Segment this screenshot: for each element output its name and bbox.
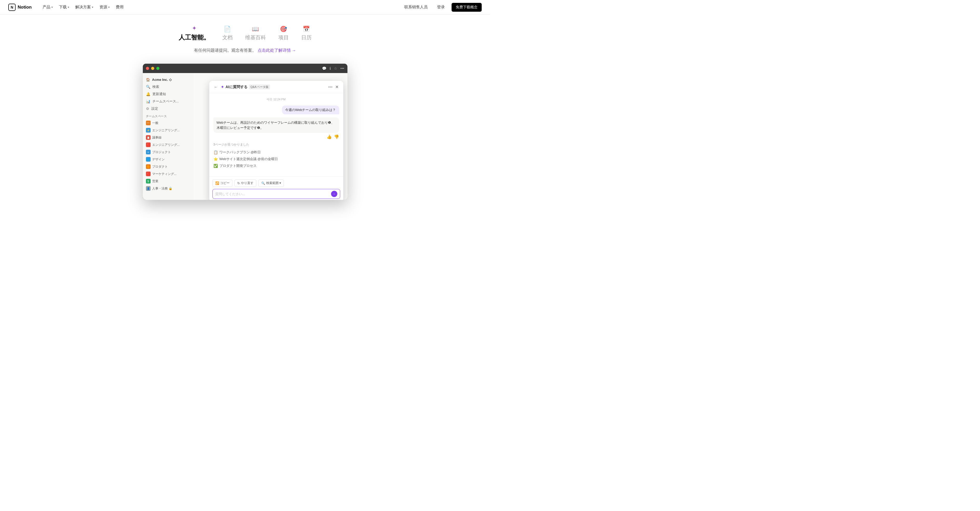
search-scope-label: 検索範囲 ▾: [266, 181, 281, 185]
nav-login[interactable]: 登录: [434, 3, 447, 11]
sidebar-team-engineering-label: エンジニアリング...: [152, 128, 180, 133]
sidebar-team-engineering2-label: エンジニアリング...: [152, 143, 180, 147]
hero-tab-ai[interactable]: ✦ 人工智能。: [179, 25, 210, 42]
sidebar-item-teamspace[interactable]: 📊 チームスペース...: [143, 98, 194, 105]
search-icon: 🔍: [146, 85, 150, 89]
sidebar-team-product[interactable]: 🟠 プロダクト: [143, 163, 194, 170]
nav-link-pricing[interactable]: 费用: [113, 3, 126, 11]
browser-dot-minimize[interactable]: [151, 67, 154, 70]
teamspace-icon: 📊: [146, 99, 150, 104]
nav-link-solutions[interactable]: 解决方案 ▾: [73, 3, 96, 11]
sidebar-item-notifications[interactable]: 🔔 更新通知: [143, 91, 194, 98]
sidebar-team-minutes-label: 議事録: [152, 136, 162, 140]
nav-cta-button[interactable]: 免费下载概念: [452, 3, 482, 12]
team-icon-hr: 👤: [146, 186, 151, 191]
sidebar-item-search[interactable]: 🔍 検索: [143, 83, 194, 91]
gear-icon: ⚙: [146, 107, 149, 111]
ai-dialog: ← ✦ AIに質問する Q&A ベータ版 ••• ✕ 今日 12: [209, 81, 343, 200]
ai-copy-button[interactable]: 🔁 コピー: [212, 179, 232, 187]
sidebar-item-search-label: 検索: [153, 85, 159, 89]
hero-tab-projects[interactable]: 🎯 项目: [278, 26, 289, 41]
browser-right-icons: 💬 ℹ ☆ •••: [322, 66, 344, 70]
hero-subtitle-text: 有任何问题请提问。观念有答案。: [194, 48, 256, 53]
nav-logo-text: Notion: [18, 5, 32, 10]
nav-link-pricing-label: 费用: [116, 5, 124, 10]
ai-chat-input[interactable]: [215, 192, 329, 196]
ai-beta-badge: Q&A ベータ版: [249, 85, 270, 89]
browser-more-icon[interactable]: •••: [340, 66, 344, 70]
sidebar-team-engineering2[interactable]: 🔴 エンジニアリング...: [143, 141, 194, 149]
browser-comment-icon[interactable]: 💬: [322, 66, 326, 70]
ai-source-process[interactable]: ✅ プロダクト開発プロセス: [213, 163, 339, 169]
sidebar-team-design[interactable]: 🌐 デザイン: [143, 156, 194, 163]
notification-icon: 🔔: [146, 92, 150, 96]
nav-link-products[interactable]: 产品 ▾: [40, 3, 55, 11]
thumbs-up-button[interactable]: 👍: [327, 134, 332, 139]
hero-tab-docs[interactable]: 📄 文档: [222, 26, 233, 41]
browser-bar: 💬 ℹ ☆ •••: [143, 64, 347, 73]
hero-tab-docs-label: 文档: [222, 34, 233, 41]
source-icon-process: ✅: [213, 164, 218, 168]
nav-link-download[interactable]: 下载 ▾: [56, 3, 72, 11]
copy-label: コピー: [220, 181, 229, 185]
ai-search-scope-button[interactable]: 🔍 検索範囲 ▾: [258, 179, 284, 187]
chevron-down-icon: ▾: [68, 6, 69, 9]
nav-links: 产品 ▾ 下载 ▾ 解决方案 ▾ 资源 ▾ 费用: [40, 3, 402, 11]
sidebar-team-projects[interactable]: » プロジェクト: [143, 149, 194, 156]
thumbs-down-button[interactable]: 👎: [334, 134, 339, 139]
sidebar-item-settings[interactable]: ⚙ 設定: [143, 105, 194, 112]
nav-link-resources-label: 资源: [99, 5, 107, 10]
sidebar-section-title: チームスペース: [143, 112, 194, 119]
ai-timestamp: 今日 12:24 PM: [213, 97, 339, 101]
nav-link-products-label: 产品: [43, 5, 50, 10]
ai-sparkle-icon: ✦: [192, 25, 197, 32]
ai-sources-title: 3ページが見つかりました: [213, 142, 339, 147]
browser-dot-maximize[interactable]: [156, 67, 159, 70]
retry-icon: ↻: [237, 181, 240, 185]
send-icon: →: [332, 192, 336, 196]
nav-logo[interactable]: N Notion: [8, 4, 32, 11]
team-icon-sales: $: [146, 179, 151, 184]
sidebar-workspace[interactable]: 🏠 Acme Inc. ◇: [143, 76, 194, 83]
ai-close-button[interactable]: ✕: [335, 84, 339, 90]
hero-tab-wiki[interactable]: 📖 维基百科: [245, 26, 266, 41]
sidebar-team-minutes[interactable]: 📋 議事録: [143, 134, 194, 141]
sidebar-team-sales-label: 営業: [152, 179, 158, 184]
calendar-icon: 📅: [303, 26, 310, 32]
nav-link-resources[interactable]: 资源 ▾: [97, 3, 112, 11]
browser-info-icon[interactable]: ℹ: [329, 66, 331, 70]
sidebar-team-general[interactable]: 一 一般: [143, 119, 194, 126]
sidebar-team-engineering[interactable]: ⚡ エンジニアリング...: [143, 126, 194, 134]
ai-retry-button[interactable]: ↻ やり直す: [234, 179, 256, 187]
sidebar-team-hr[interactable]: 👤 人事・法務 🔒: [143, 185, 194, 192]
ai-header-actions: ••• ✕: [328, 84, 339, 90]
search-icon: 🔍: [261, 181, 265, 185]
navbar: N Notion 产品 ▾ 下载 ▾ 解决方案 ▾ 资源 ▾ 费用 联系销售人员…: [0, 0, 490, 14]
hero-subtitle-link[interactable]: 点击此处了解详情 →: [258, 48, 296, 53]
ai-back-button[interactable]: ←: [213, 84, 219, 90]
ai-more-button[interactable]: •••: [328, 85, 332, 89]
ai-source-meeting[interactable]: ⭐ Webサイト週次定例会議 @前の金曜日: [213, 156, 339, 163]
browser-dot-close[interactable]: [146, 67, 149, 70]
ai-user-message: 今週のWebチームの取り組みは？: [213, 105, 339, 114]
chevron-down-icon: ▾: [51, 6, 53, 9]
ai-sources: 3ページが見つかりました 📋 ワークバックプラン @昨日 ⭐ Webサイト週次定…: [213, 142, 339, 169]
ai-title-group: ✦ AIに質問する Q&A ベータ版: [221, 85, 326, 89]
wiki-icon: 📖: [252, 26, 259, 32]
ai-send-button[interactable]: →: [331, 191, 337, 197]
team-icon-minutes: 📋: [146, 135, 151, 140]
browser-star-icon[interactable]: ☆: [334, 66, 337, 70]
sidebar-team-marketing[interactable]: 🔴 マーケティング...: [143, 170, 194, 177]
ai-source-workback[interactable]: 📋 ワークバックプラン @昨日: [213, 149, 339, 156]
browser-window: 💬 ℹ ☆ ••• 🏠 Acme Inc. ◇ 🔍 検索 🔔: [143, 64, 347, 200]
sidebar-team-hr-label: 人事・法務 🔒: [152, 186, 172, 191]
chevron-down-icon: ▾: [92, 6, 93, 9]
source-icon-workback: 📋: [213, 150, 218, 154]
nav-contact-sales[interactable]: 联系销售人员: [402, 3, 430, 11]
workspace-label: Acme Inc. ◇: [152, 78, 172, 81]
hero-section: ✦ 人工智能。 📄 文档 📖 维基百科 🎯 项目 📅 日历 有任何问题请提问。观…: [0, 14, 490, 59]
hero-tab-calendar[interactable]: 📅 日历: [301, 26, 312, 41]
chevron-down-icon: ▾: [108, 6, 110, 9]
source-icon-meeting: ⭐: [213, 157, 218, 161]
sidebar-team-sales[interactable]: $ 営業: [143, 177, 194, 185]
